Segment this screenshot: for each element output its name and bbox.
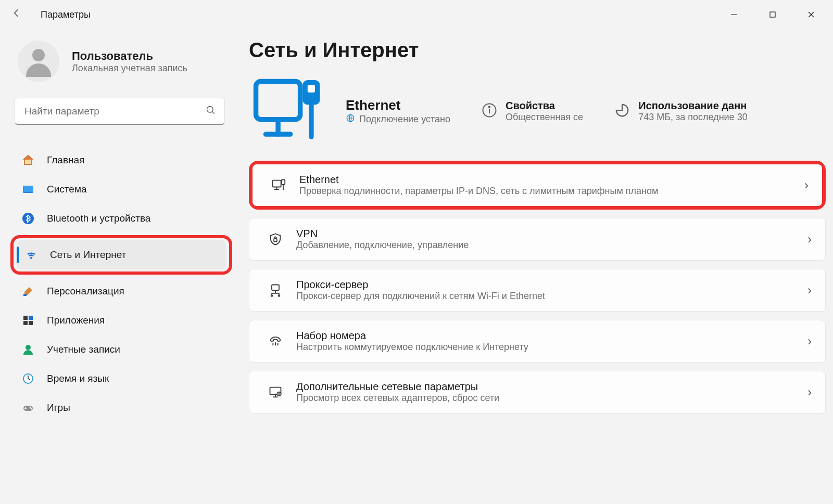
chevron-right-icon: › bbox=[807, 232, 812, 247]
sidebar-highlight: Сеть и Интернет bbox=[10, 235, 232, 275]
chevron-right-icon: › bbox=[807, 334, 812, 348]
avatar bbox=[18, 41, 59, 82]
sidebar-item-personalization[interactable]: Персонализация bbox=[14, 277, 228, 306]
svg-rect-12 bbox=[23, 321, 28, 325]
ethernet-icon bbox=[266, 178, 291, 192]
ethernet-hero-icon bbox=[249, 76, 327, 146]
svg-point-18 bbox=[30, 407, 31, 408]
monitor-settings-icon bbox=[263, 385, 288, 399]
svg-line-5 bbox=[212, 111, 214, 113]
card-title: Прокси-сервер bbox=[296, 279, 807, 291]
home-icon bbox=[21, 153, 35, 167]
hero-title: Ethernet bbox=[346, 97, 450, 113]
svg-rect-7 bbox=[23, 186, 33, 192]
titlebar: Параметры bbox=[0, 0, 833, 29]
sidebar-item-label: Учетные записи bbox=[47, 344, 120, 355]
accounts-icon bbox=[21, 342, 35, 357]
window-title: Параметры bbox=[26, 9, 91, 20]
maximize-button[interactable] bbox=[757, 4, 788, 25]
card-title: Дополнительные сетевые параметры bbox=[296, 381, 807, 393]
card-advanced-network[interactable]: Дополнительные сетевые параметры Просмот… bbox=[249, 371, 826, 413]
wifi-icon bbox=[24, 248, 39, 262]
sidebar-item-apps[interactable]: Приложения bbox=[14, 306, 228, 335]
info-icon bbox=[482, 102, 497, 120]
svg-point-42 bbox=[279, 295, 280, 296]
card-subtitle: Просмотр всех сетевых адаптеров, сброс с… bbox=[296, 393, 807, 404]
sidebar-item-label: Приложения bbox=[47, 315, 105, 326]
sidebar-item-accounts[interactable]: Учетные записи bbox=[14, 335, 228, 364]
card-subtitle: Настроить коммутируемое подключение к Ин… bbox=[296, 342, 807, 353]
svg-rect-35 bbox=[274, 239, 277, 242]
sidebar-item-home[interactable]: Главная bbox=[14, 146, 228, 175]
sidebar-item-network[interactable]: Сеть и Интернет bbox=[17, 240, 226, 269]
chevron-right-icon: › bbox=[807, 385, 812, 399]
sidebar-item-gaming[interactable]: Игры bbox=[14, 393, 228, 422]
sidebar: Пользователь Локальная учетная запись Гл… bbox=[0, 29, 239, 504]
svg-point-29 bbox=[489, 107, 490, 108]
card-subtitle: Прокси-сервер для подключений к сетям Wi… bbox=[296, 291, 807, 302]
clock-icon bbox=[21, 371, 35, 386]
sidebar-item-time-language[interactable]: Время и язык bbox=[14, 364, 228, 393]
sidebar-item-bluetooth[interactable]: Bluetooth и устройства bbox=[14, 204, 228, 233]
sidebar-item-label: Главная bbox=[47, 154, 84, 166]
back-button[interactable] bbox=[11, 8, 26, 21]
svg-rect-10 bbox=[23, 316, 28, 320]
sidebar-item-label: Игры bbox=[47, 402, 70, 413]
sidebar-item-system[interactable]: Система bbox=[14, 175, 228, 204]
svg-rect-13 bbox=[29, 321, 33, 325]
svg-point-14 bbox=[26, 345, 31, 350]
close-button[interactable] bbox=[796, 4, 827, 25]
proxy-icon bbox=[263, 283, 288, 298]
nav: Главная Система Bluetooth и устройства С… bbox=[14, 137, 237, 422]
card-proxy[interactable]: Прокси-сервер Прокси-сервер для подключе… bbox=[249, 269, 826, 312]
card-title: Набор номера bbox=[296, 330, 807, 342]
svg-rect-36 bbox=[272, 285, 279, 291]
network-hero: Ethernet Подключение устано Свойства Общ… bbox=[249, 76, 828, 146]
chevron-right-icon: › bbox=[807, 283, 812, 298]
system-icon bbox=[21, 182, 35, 197]
card-title: VPN bbox=[296, 228, 807, 240]
svg-point-41 bbox=[271, 295, 273, 296]
card-subtitle: Добавление, подключение, управление bbox=[296, 240, 807, 251]
globe-icon bbox=[346, 113, 355, 125]
hero-data-usage-link[interactable]: Использование данн 743 МБ, за последние … bbox=[614, 100, 748, 123]
data-usage-icon bbox=[614, 102, 630, 120]
card-ethernet[interactable]: Ethernet Проверка подлинности, параметры… bbox=[253, 164, 822, 206]
hero-usage-title: Использование данн bbox=[638, 100, 748, 112]
page-heading: Сеть и Интернет bbox=[249, 38, 828, 62]
sidebar-item-label: Персонализация bbox=[47, 286, 124, 297]
svg-rect-24 bbox=[308, 85, 315, 93]
svg-rect-33 bbox=[282, 180, 285, 185]
hero-usage-sub: 743 МБ, за последние 30 bbox=[638, 112, 748, 123]
svg-point-19 bbox=[31, 408, 32, 410]
shield-lock-icon bbox=[263, 232, 288, 247]
bluetooth-icon bbox=[21, 211, 35, 226]
sidebar-item-label: Сеть и Интернет bbox=[50, 249, 126, 261]
svg-rect-20 bbox=[256, 81, 300, 119]
gamepad-icon bbox=[21, 400, 35, 415]
ethernet-card-highlight: Ethernet Проверка подлинности, параметры… bbox=[249, 161, 826, 210]
card-title: Ethernet bbox=[299, 174, 804, 186]
chevron-right-icon: › bbox=[804, 178, 809, 192]
hero-properties-title: Свойства bbox=[506, 100, 583, 112]
search-box[interactable] bbox=[15, 98, 225, 125]
brush-icon bbox=[21, 284, 35, 299]
card-vpn[interactable]: VPN Добавление, подключение, управление … bbox=[249, 218, 826, 261]
svg-rect-1 bbox=[770, 12, 775, 17]
phone-icon bbox=[263, 334, 288, 348]
account-name: Пользователь bbox=[72, 49, 187, 63]
sidebar-item-label: Время и язык bbox=[47, 373, 109, 384]
minimize-button[interactable] bbox=[718, 4, 750, 25]
sidebar-item-label: Bluetooth и устройства bbox=[47, 213, 150, 224]
svg-point-4 bbox=[207, 106, 213, 112]
hero-properties-sub: Общественная се bbox=[506, 112, 583, 123]
search-icon bbox=[206, 105, 216, 118]
search-input[interactable] bbox=[23, 105, 206, 118]
apps-icon bbox=[21, 313, 35, 328]
account-block[interactable]: Пользователь Локальная учетная запись bbox=[14, 41, 237, 96]
svg-rect-9 bbox=[23, 294, 27, 296]
main-content: Сеть и Интернет Ethernet bbox=[239, 29, 833, 504]
hero-properties-link[interactable]: Свойства Общественная се bbox=[482, 100, 583, 123]
card-dialup[interactable]: Набор номера Настроить коммутируемое под… bbox=[249, 320, 826, 363]
hero-status: Подключение устано bbox=[359, 114, 450, 125]
